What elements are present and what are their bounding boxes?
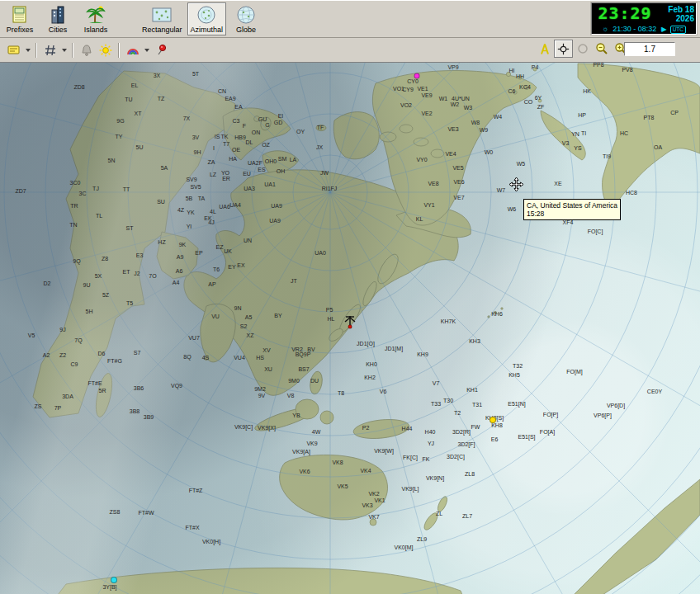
bell-icon <box>81 45 92 56</box>
islands-button[interactable]: Islands <box>78 2 114 35</box>
prefix-label: VQ9 <box>171 383 182 389</box>
prefix-label: S2 <box>240 323 248 330</box>
prefix-labels-dropdown[interactable] <box>23 42 32 59</box>
clock-step-icon[interactable]: I▶ <box>660 25 665 34</box>
prefix-label: E51[S] <box>518 434 535 441</box>
city-pin-magenta[interactable] <box>414 73 420 79</box>
prefix-label: IS <box>215 134 220 140</box>
prefix-label: JW <box>320 170 329 177</box>
prefix-label: E3 <box>136 252 144 259</box>
prefix-label: A2 <box>43 352 50 359</box>
sun-grayline-button[interactable] <box>96 41 115 59</box>
islands-icon <box>85 4 106 26</box>
prefix-label: V8 <box>287 393 295 399</box>
prefix-label: JD1[O] <box>357 341 375 347</box>
prefix-label: KH0 <box>366 361 377 368</box>
pan-tool-button[interactable] <box>554 40 573 58</box>
prefix-label: CO <box>524 99 533 106</box>
prefix-label: 4W <box>312 429 321 436</box>
prefix-label: D2 <box>44 280 51 287</box>
prefix-label: 3C0 <box>70 180 81 186</box>
prefix-label: BY <box>274 313 281 319</box>
prefix-label: PT8 <box>644 115 655 121</box>
utc-badge[interactable]: UTC <box>670 26 686 34</box>
prefix-label: V6 <box>380 389 387 395</box>
prefix-label: 5R <box>99 388 106 394</box>
prefix-label: VK2 <box>368 491 379 497</box>
prefix-label: CY9 <box>402 87 414 93</box>
azimuthal-label: Azimuthal <box>191 26 224 34</box>
prefix-label: FT#X <box>185 525 199 531</box>
prefix-label: 3C <box>79 191 87 197</box>
zoom-out-button[interactable] <box>592 40 611 58</box>
aurora-dropdown[interactable] <box>142 42 151 59</box>
utc-clock-panel: 23:29 Feb 18 2026 ☼ 21:30 - 08:32 I▶ UTC <box>591 2 697 35</box>
prefix-label: TL <box>96 213 102 219</box>
prefix-label: S7 <box>134 350 141 356</box>
globe-button[interactable]: Globe <box>228 2 264 35</box>
prefix-label: SV5 <box>190 184 201 191</box>
pin-city-button[interactable] <box>151 41 170 59</box>
prefix-label: UK <box>224 248 232 255</box>
prefix-label: C6 <box>508 88 516 95</box>
prefix-label: UN <box>244 238 252 244</box>
prefix-label: ZA <box>208 159 215 166</box>
prefix-label: VP6[P] <box>594 412 612 419</box>
prefix-label: TI9 <box>603 153 611 160</box>
prefix-label: XV <box>262 347 270 354</box>
dx-atlas-window: { "toolbar_top": { "buttons": [ {"id":"p… <box>0 0 700 594</box>
center-tool-button[interactable] <box>573 40 592 58</box>
prefix-label: FW <box>471 424 480 431</box>
zoom-level-input[interactable] <box>624 42 675 56</box>
prefix-label: CN <box>218 88 226 95</box>
prefix-label: ZL <box>436 511 442 517</box>
prefix-label: EP <box>195 250 202 257</box>
prefix-label: HA <box>229 156 237 163</box>
prefix-label: 6Y <box>535 95 542 101</box>
azimuthal-map-icon <box>196 4 217 26</box>
prefix-label: EZ <box>216 244 224 251</box>
prefix-label: W5 <box>517 161 526 167</box>
tooltip-time-line: 15:28 <box>527 210 617 218</box>
prefix-label: BS7 <box>298 366 309 373</box>
cities-button[interactable]: Cities <box>40 2 76 35</box>
prefix-label: VK9[W] <box>374 448 394 455</box>
prefix-label: YK <box>187 210 194 216</box>
prefix-label: VK9[L] <box>401 486 419 493</box>
prefix-label: 4L <box>210 209 216 215</box>
city-pin-cyan[interactable] <box>111 577 117 583</box>
prefix-label: HZ <box>158 239 165 246</box>
azimuth-tool-button[interactable] <box>535 40 554 58</box>
cities-icon <box>47 4 69 26</box>
rectangular-button[interactable]: Rectangular <box>139 2 186 35</box>
clock-date-month-day: Feb 18 <box>656 5 694 14</box>
globe-label: Globe <box>236 26 256 34</box>
prefix-label: VE3 <box>447 126 458 133</box>
prefix-label: Z2 <box>59 352 66 359</box>
prefix-label: TJ <box>92 186 99 192</box>
prefix-labels-button[interactable] <box>4 41 23 59</box>
city-pin-yellow[interactable] <box>490 417 496 423</box>
prefix-label: KH2 <box>364 375 376 381</box>
prefix-label: SV9 <box>186 177 196 183</box>
prefix-label: 4Z <box>177 207 184 214</box>
prefix-label: I <box>213 145 215 152</box>
prefix-label: 9M2 <box>254 386 266 393</box>
prefix-label: VU4 <box>234 355 245 361</box>
prefixes-button[interactable]: Prefixes <box>2 2 38 35</box>
aurora-button[interactable] <box>123 41 142 59</box>
alarm-button[interactable] <box>77 41 96 59</box>
grid-dropdown[interactable] <box>59 42 69 59</box>
prefix-label: 9Q <box>73 258 80 265</box>
prefix-label: C3 <box>233 118 240 125</box>
prefix-label: YJ <box>428 441 434 447</box>
prefix-label: HC <box>620 130 628 137</box>
prefix-label: VY0 <box>416 157 427 163</box>
grid-toggle-button[interactable] <box>40 41 59 59</box>
prefix-label: 5A <box>161 165 168 172</box>
map-canvas[interactable]: ZD8EL3X5TCNTUTZEA9EAXT9G7XTY5U3V5N5A3C0T… <box>0 62 700 594</box>
azimuthal-button[interactable]: Azimuthal <box>187 2 227 35</box>
prefix-label: ST <box>126 225 134 232</box>
clock-date-year: 2026 <box>656 14 694 23</box>
prefix-label: 9U <box>83 282 91 289</box>
